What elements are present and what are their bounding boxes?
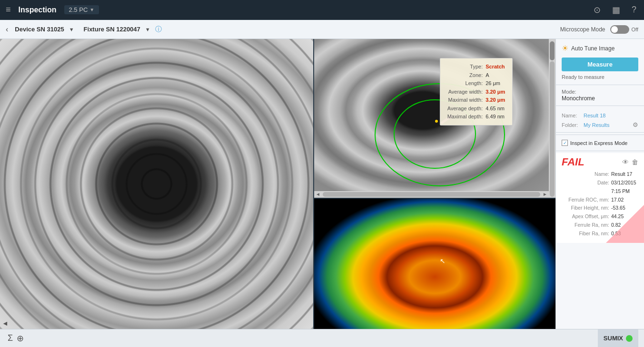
ferrule-ra-label: Ferrule Ra, nm:	[562, 221, 609, 230]
name-row: Name: Result 18	[562, 113, 638, 118]
fail-result-card: FAIL 👁 🗑 Name: Result 17 Date: 03/12/201…	[556, 153, 644, 243]
result-name-row: Name: Result 17	[562, 170, 638, 179]
ferrule-roc-value: 17.02	[611, 196, 624, 204]
vertical-scrollbar[interactable]	[549, 39, 555, 198]
auto-tune-icon: ☀	[562, 44, 568, 53]
settings-icon[interactable]: ⊙	[592, 3, 603, 17]
fiber-height-label: Fiber Height, nm:	[562, 204, 609, 212]
scroll-thumb[interactable]	[550, 41, 555, 60]
auto-tune-label: Auto Tune Image	[571, 45, 614, 52]
top-bar: ≡ Inspection 2.5 PC ▼ ⊙ ▦ ?	[0, 0, 644, 20]
menu-icon[interactable]: ≡	[6, 5, 11, 15]
app-title: Inspection	[19, 6, 57, 14]
folder-settings-icon[interactable]: ⚙	[633, 121, 638, 128]
bottom-bar: Σ ⊕ SUMIX	[0, 329, 644, 347]
sumix-label: SUMIX	[604, 335, 623, 342]
zone-value: A	[484, 71, 506, 79]
device-dropdown-arrow[interactable]: ▼	[69, 27, 74, 32]
scroll-left-arrow[interactable]: ◄	[2, 319, 9, 327]
view-result-icon[interactable]: 👁	[622, 158, 629, 166]
checkbox-check-icon: ✓	[563, 140, 567, 145]
result-date-row: Date: 03/12/2015 7:15 PM	[562, 179, 638, 196]
toggle-knob	[611, 26, 618, 33]
fiber-ra-label: Fiber Ra, nm:	[562, 230, 609, 238]
type-label: Type:	[446, 63, 485, 71]
max-depth-label: Maximal depth:	[446, 113, 485, 121]
3d-color-image	[314, 199, 555, 329]
avg-depth-label: Average depth:	[446, 105, 485, 113]
back-button[interactable]: ‹	[6, 25, 8, 34]
3d-image-panel: ↖	[314, 199, 555, 329]
pink-triangle-decoration	[606, 205, 644, 243]
sidebar-divider-1	[556, 135, 644, 135]
mouse-cursor: ↖	[440, 257, 446, 265]
name-field-value: Result 18	[584, 113, 605, 118]
rdate-label: Date:	[562, 179, 609, 196]
stats-icon[interactable]: ▦	[610, 3, 622, 17]
zone-label: Zone:	[446, 71, 485, 79]
scroll-track[interactable]	[550, 61, 555, 197]
toggle-state-label: Off	[632, 27, 638, 32]
left-image-panel: ◄	[0, 39, 314, 329]
interferogram-image	[0, 39, 313, 329]
mode-label: Mode:	[562, 89, 638, 95]
rdate-value: 03/12/2015 7:15 PM	[611, 179, 638, 196]
length-label: Length:	[446, 79, 485, 87]
defect-tooltip: Type: Scratch Zone: A Length: 26 μm Av	[440, 58, 513, 125]
express-mode-checkbox[interactable]: ✓	[562, 140, 568, 146]
max-width-value: 3.20 μm	[484, 96, 506, 104]
microscope-mode-label: Microscope Mode	[560, 26, 605, 33]
folder-field-value: My Results	[584, 122, 609, 128]
sigma-icon[interactable]: Σ	[6, 331, 15, 345]
rname-value: Result 17	[611, 170, 632, 179]
sub-bar: ‹ Device SN 31025 ▼ Fixture SN 1220047 ▼…	[0, 20, 644, 39]
card-actions: 👁 🗑	[622, 158, 638, 166]
folder-field-label: Folder:	[562, 122, 582, 128]
help-icon[interactable]: ?	[630, 3, 638, 17]
fixture-sn-label: Fixture SN 1220047	[84, 26, 140, 33]
sumix-area: SUMIX	[598, 329, 638, 347]
type-value: Scratch	[484, 63, 506, 71]
max-depth-value: 6.49 nm	[484, 113, 506, 121]
ready-status: Ready to measure	[562, 74, 638, 80]
info-icon[interactable]: ⓘ	[155, 25, 162, 34]
toggle-switch[interactable]	[610, 25, 629, 34]
delete-result-icon[interactable]: 🗑	[632, 158, 638, 166]
scroll-left-btn[interactable]: ◄	[314, 192, 322, 197]
length-value: 26 μm	[484, 79, 506, 87]
right-panels: Type: Scratch Zone: A Length: 26 μm Av	[314, 39, 555, 329]
microscope-toggle[interactable]: Off	[610, 25, 638, 34]
mode-value: Monochrome	[562, 95, 638, 102]
ferrule-roc-row: Ferrule ROC, mm: 17.02	[562, 196, 638, 204]
inspection-image: Type: Scratch Zone: A Length: 26 μm Av	[314, 39, 555, 198]
sumix-status-dot	[626, 335, 633, 342]
rname-label: Name:	[562, 170, 609, 179]
measure-button[interactable]: Measure	[562, 58, 638, 71]
right-sidebar: ☀ Auto Tune Image Measure Ready to measu…	[555, 39, 644, 329]
ferrule-roc-label: Ferrule ROC, mm:	[562, 196, 609, 204]
h-scroll-track[interactable]	[323, 192, 540, 197]
circle-icon[interactable]: ⊕	[15, 331, 26, 346]
max-width-label: Maximal width:	[446, 96, 485, 104]
scroll-right-btn[interactable]: ►	[541, 192, 549, 197]
auto-tune-row: ☀ Auto Tune Image	[562, 44, 638, 53]
folder-row: Folder: My Results ⚙	[562, 121, 638, 128]
horizontal-scrollbar[interactable]: ◄ ►	[314, 191, 549, 198]
version-selector[interactable]: 2.5 PC ▼	[64, 5, 99, 14]
sidebar-divider-2	[556, 151, 644, 151]
avg-width-label: Average width:	[446, 88, 485, 96]
mode-section: Mode: Monochrome	[556, 85, 644, 106]
name-field-label: Name:	[562, 113, 582, 118]
avg-depth-value: 4.65 nm	[484, 105, 506, 113]
fail-header: FAIL 👁 🗑	[562, 156, 638, 168]
sidebar-top-section: ☀ Auto Tune Image Measure Ready to measu…	[556, 39, 644, 85]
fixture-dropdown-arrow[interactable]: ▼	[145, 27, 150, 32]
defect-dot	[435, 120, 438, 123]
express-mode-row: ✓ Inspect in Express Mode	[556, 137, 644, 149]
main-area: ◄ Type: Scratch Zone:	[0, 39, 644, 329]
result-name-section: Name: Result 18 Folder: My Results ⚙	[556, 106, 644, 133]
express-mode-label: Inspect in Express Mode	[570, 140, 627, 146]
apex-offset-label: Apex Offset, μm:	[562, 212, 609, 221]
version-label: 2.5 PC	[69, 6, 88, 13]
avg-width-value: 3.20 μm	[484, 88, 506, 96]
